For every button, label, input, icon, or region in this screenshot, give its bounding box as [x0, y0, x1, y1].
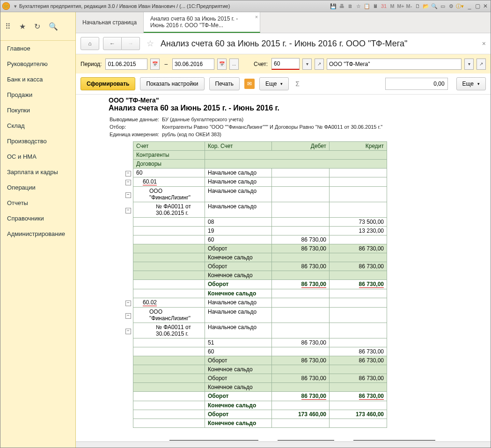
org-open-icon[interactable]: ↗	[476, 59, 486, 70]
date-from-input[interactable]: 01.06.2015	[105, 59, 147, 70]
forward-button[interactable]: →	[122, 37, 140, 50]
collapse-icon[interactable]: −	[125, 208, 131, 213]
mplus-icon[interactable]: M+	[397, 3, 404, 9]
table-row[interactable]: −60Начальное сальдо	[81, 169, 387, 177]
calendar-icon[interactable]: 31	[381, 3, 387, 9]
settings-button[interactable]: Показать настройки	[140, 77, 204, 90]
close-window-icon[interactable]: ✕	[482, 3, 489, 9]
horizontal-scrollbar[interactable]	[76, 441, 491, 448]
minimize-icon[interactable]: _	[466, 3, 473, 9]
nav-item[interactable]: Справочники	[0, 211, 75, 226]
back-button[interactable]: ←	[103, 37, 122, 50]
search-nav-icon[interactable]: 🔍	[49, 22, 58, 31]
table-row[interactable]: Оборот86 730,0086 730,00	[81, 356, 387, 365]
form-button[interactable]: Сформировать	[81, 77, 135, 90]
collapse-icon[interactable]: −	[125, 301, 131, 306]
print-button[interactable]: Печать	[209, 77, 240, 90]
calendar-to-icon[interactable]: 📅	[217, 59, 227, 70]
table-row[interactable]: Конечное сальдо	[81, 365, 387, 374]
nav-item[interactable]: Руководителю	[0, 56, 75, 72]
collapse-icon[interactable]: −	[125, 329, 131, 334]
fav-icon[interactable]: ☆	[355, 3, 362, 9]
home-button[interactable]: ⌂	[81, 37, 99, 50]
account-dropdown-icon[interactable]: ▾	[302, 59, 312, 70]
account-input[interactable]: 60	[271, 58, 300, 70]
table-row[interactable]: Оборот173 460,00173 460,00	[81, 410, 387, 419]
clipboard-icon[interactable]: 📋	[364, 3, 370, 9]
nav-item[interactable]: Главное	[0, 41, 75, 56]
table-row[interactable]: −ООО "ФинансЛизинг"Начальное сальдо	[81, 308, 387, 323]
period-select-button[interactable]: ...	[229, 59, 239, 70]
table-row[interactable]: Конечное сальдо	[81, 253, 387, 262]
apps-icon[interactable]: ⠿	[5, 22, 11, 31]
more-button-1[interactable]: Еще▾	[259, 77, 289, 90]
window-icon[interactable]: ▭	[440, 3, 446, 9]
collapse-icon[interactable]: −	[125, 180, 131, 185]
table-row[interactable]: −№ ФА0011 от 30.06.2015 г.Начальное саль…	[81, 323, 387, 338]
nav-item[interactable]: Операции	[0, 180, 75, 195]
table-row[interactable]: −ООО "ФинансЛизинг"Начальное сальдо	[81, 187, 387, 202]
table-row[interactable]: Конечное сальдо	[81, 289, 387, 298]
table-row[interactable]: Оборот86 730,0086 730,00	[81, 244, 387, 253]
nav-item[interactable]: Отчеты	[0, 195, 75, 211]
nav-item[interactable]: Администрирование	[0, 226, 75, 242]
nav-item[interactable]: Банк и касса	[0, 72, 75, 87]
info-icon[interactable]: ⓘ▾	[456, 3, 463, 9]
org-dropdown-icon[interactable]: ▾	[464, 59, 474, 70]
open-icon[interactable]: 📂	[423, 3, 429, 9]
report-body[interactable]: ООО "ТФ-Мега" Анализ счета 60 за Июнь 20…	[76, 95, 491, 441]
table-row[interactable]: Конечное сальдо	[81, 419, 387, 428]
table-row[interactable]: Конечное сальдо	[81, 383, 387, 392]
settings-icon[interactable]: ⚙	[448, 3, 454, 9]
nav-item[interactable]: ОС и НМА	[0, 149, 75, 164]
table-row[interactable]: Оборот86 730,0086 730,00	[81, 280, 387, 289]
collapse-icon[interactable]: −	[125, 171, 131, 176]
col-account: Счет	[133, 142, 205, 151]
star-icon[interactable]: ★	[19, 22, 26, 31]
favorite-icon[interactable]: ☆	[147, 38, 154, 49]
nav-item[interactable]: Производство	[0, 133, 75, 149]
account-open-icon[interactable]: ↗	[315, 59, 324, 70]
mail-icon[interactable]: ✉	[244, 79, 255, 89]
nav-item[interactable]: Зарплата и кадры	[0, 164, 75, 180]
date-to-input[interactable]: 30.06.2016	[172, 59, 214, 70]
table-row[interactable]: 1913 230,00	[81, 227, 387, 235]
table-row[interactable]: −№ ФА0011 от 30.06.2015 г.Начальное саль…	[81, 202, 387, 218]
nav-item[interactable]: Покупки	[0, 103, 75, 118]
doc-icon[interactable]: 🗋	[414, 3, 421, 9]
org-input[interactable]: ООО "ТФ-Мега"	[327, 59, 462, 70]
table-row[interactable]: Конечное сальдо	[81, 271, 387, 280]
table-row[interactable]: −60.02Начальное сальдо	[81, 298, 387, 308]
table-row[interactable]: Оборот86 730,0086 730,00	[81, 262, 387, 271]
app-icon: 1c	[2, 2, 10, 10]
nav-item[interactable]: Склад	[0, 118, 75, 133]
table-row[interactable]: 0873 500,00	[81, 218, 387, 227]
m-icon[interactable]: M	[389, 3, 396, 9]
search-icon[interactable]: 🔍	[431, 3, 438, 9]
more-button-2[interactable]: Еще▾	[456, 77, 486, 90]
table-row[interactable]: 6086 730,00	[81, 235, 387, 244]
table-row[interactable]: Оборот86 730,0086 730,00	[81, 374, 387, 383]
preview-icon[interactable]: 🗎	[347, 3, 353, 9]
table-row[interactable]: 6086 730,00	[81, 347, 387, 356]
history-icon[interactable]: ↻	[34, 22, 40, 31]
print-icon[interactable]: 🖶	[338, 3, 345, 9]
mminus-icon[interactable]: M-	[406, 3, 412, 9]
close-page-icon[interactable]: ×	[482, 40, 486, 47]
tab-close-icon[interactable]: ×	[255, 14, 258, 20]
table-row[interactable]: Оборот86 730,0086 730,00	[81, 392, 387, 401]
calc-icon[interactable]: 🖩	[372, 3, 379, 9]
collapse-icon[interactable]: −	[125, 192, 131, 198]
table-row[interactable]: −60.01Начальное сальдо	[81, 177, 387, 187]
save-icon[interactable]: 💾	[330, 3, 337, 9]
dropdown-icon[interactable]: ▾	[12, 3, 19, 9]
collapse-icon[interactable]: −	[125, 313, 131, 319]
tab-home[interactable]: Начальная страница	[76, 12, 144, 33]
maximize-icon[interactable]: ▢	[474, 3, 481, 9]
nav-item[interactable]: Продажи	[0, 87, 75, 103]
sum-display: 0,00	[385, 78, 448, 90]
tab-report[interactable]: Анализ счета 60 за Июнь 2015 г. - Июнь 2…	[144, 12, 260, 33]
table-row[interactable]: Конечное сальдо	[81, 401, 387, 410]
calendar-from-icon[interactable]: 📅	[150, 59, 160, 70]
table-row[interactable]: 5186 730,00	[81, 338, 387, 347]
